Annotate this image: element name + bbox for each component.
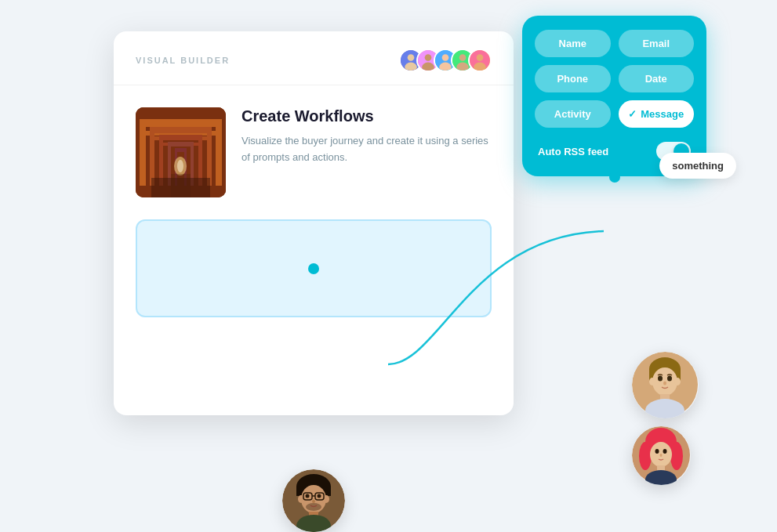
svg-point-2 [405,63,417,72]
builder-card: VISUAL BUILDER [114,31,514,415]
something-label: something [659,153,736,179]
svg-point-57 [663,449,667,454]
workflow-text: Create Workflows Visualize the buyer jou… [241,107,492,166]
svg-rect-23 [150,127,212,133]
svg-point-13 [477,54,484,61]
avatar-5 [468,49,492,72]
svg-rect-17 [140,119,146,186]
workflow-section: Create Workflows Visualize the buyer jou… [136,107,492,197]
svg-point-58 [660,454,663,457]
svg-point-47 [663,382,666,385]
builder-title: VISUAL BUILDER [136,56,230,65]
svg-point-45 [658,376,663,382]
svg-point-7 [442,54,449,61]
svg-point-36 [177,160,183,172]
field-grid: Name Email Phone Date Activity Message [535,30,694,128]
name-field-btn[interactable]: Name [535,30,611,57]
svg-point-70 [306,494,310,498]
builder-content: Create Workflows Visualize the buyer jou… [114,85,514,339]
svg-point-11 [456,63,469,72]
svg-point-43 [649,378,655,385]
svg-rect-38 [171,174,191,197]
floating-avatar-woman [632,426,691,485]
svg-point-56 [655,449,659,454]
svg-rect-27 [159,135,202,140]
flow-dot [308,263,319,274]
svg-point-8 [439,63,452,72]
workflow-heading: Create Workflows [241,107,492,125]
avatar-group [399,49,492,72]
workflow-description: Visualize the buyer journey and create i… [241,133,492,166]
auto-rss-label: Auto RSS feed [538,146,608,157]
floating-avatar-glasses [282,469,345,532]
svg-point-54 [670,442,683,470]
svg-rect-19 [140,119,222,127]
svg-point-72 [312,500,315,503]
svg-point-1 [408,54,415,61]
message-field-btn[interactable]: Message [619,100,695,128]
phone-field-btn[interactable]: Phone [535,65,611,92]
email-field-btn[interactable]: Email [619,30,695,57]
svg-point-4 [425,54,432,61]
svg-rect-18 [216,119,222,186]
svg-point-53 [639,442,652,470]
svg-point-5 [422,63,434,72]
flow-box[interactable] [136,219,492,317]
workflow-image [136,107,226,197]
svg-point-14 [474,63,486,72]
date-field-btn[interactable]: Date [619,65,695,92]
svg-point-71 [318,494,321,498]
svg-rect-21 [150,127,154,186]
floating-avatar-man [632,352,699,418]
panel-connector-dot [609,172,620,183]
svg-point-44 [674,378,681,385]
svg-rect-22 [207,127,212,186]
activity-field-btn[interactable]: Activity [535,100,611,128]
svg-rect-31 [168,142,194,147]
svg-point-46 [667,376,672,382]
svg-rect-34 [175,148,187,152]
builder-header: VISUAL BUILDER [114,31,514,85]
svg-point-10 [459,54,467,61]
